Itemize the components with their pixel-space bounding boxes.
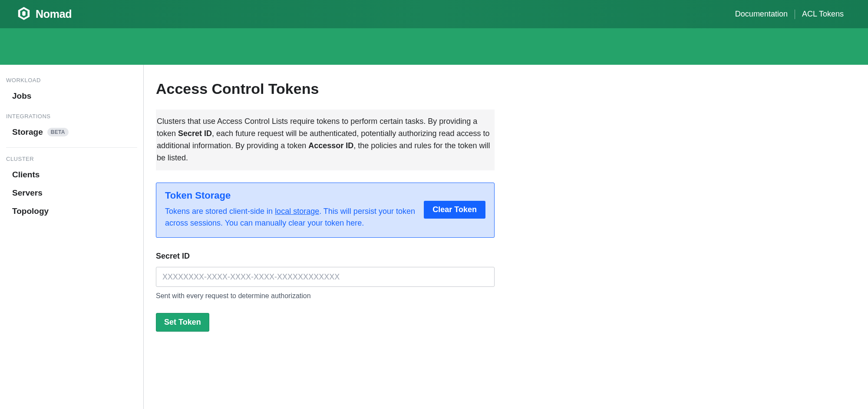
sidebar-section-integrations: INTEGRATIONS bbox=[6, 105, 137, 123]
sidebar-item-topology[interactable]: Topology bbox=[6, 202, 137, 220]
sidebar-item-label: Servers bbox=[12, 188, 43, 198]
top-bar: Nomad Documentation ACL Tokens bbox=[0, 0, 868, 28]
sidebar-item-label: Topology bbox=[12, 206, 49, 216]
sidebar-section-cluster: CLUSTER bbox=[6, 148, 137, 166]
local-storage-link[interactable]: local storage bbox=[275, 207, 319, 216]
sidebar-item-storage[interactable]: Storage BETA bbox=[6, 123, 137, 141]
sidebar-item-clients[interactable]: Clients bbox=[6, 166, 137, 184]
acl-tokens-link[interactable]: ACL Tokens bbox=[795, 10, 851, 19]
sidebar-section-workload: WORKLOAD bbox=[6, 69, 137, 87]
sidebar: WORKLOAD Jobs INTEGRATIONS Storage BETA … bbox=[0, 65, 144, 409]
callout-body: Tokens are stored client-side in local s… bbox=[165, 206, 415, 230]
callout-title: Token Storage bbox=[165, 190, 415, 201]
main-content: Access Control Tokens Clusters that use … bbox=[144, 65, 665, 409]
beta-badge: BETA bbox=[47, 128, 69, 136]
svg-marker-2 bbox=[22, 11, 26, 16]
intro-notice: Clusters that use Access Control Lists r… bbox=[156, 110, 495, 170]
documentation-link[interactable]: Documentation bbox=[728, 10, 795, 19]
secret-id-help: Sent with every request to determine aut… bbox=[156, 292, 653, 300]
secret-id-input[interactable] bbox=[156, 267, 495, 287]
notice-accessor-id: Accessor ID bbox=[308, 141, 353, 150]
secret-id-label: Secret ID bbox=[156, 252, 653, 261]
sidebar-item-servers[interactable]: Servers bbox=[6, 184, 137, 202]
sidebar-item-label: Storage bbox=[12, 127, 43, 137]
sidebar-item-label: Clients bbox=[12, 170, 40, 180]
top-nav: Documentation ACL Tokens bbox=[728, 10, 851, 19]
brand[interactable]: Nomad bbox=[17, 7, 72, 22]
notice-secret-id: Secret ID bbox=[178, 129, 212, 138]
sub-header bbox=[0, 28, 868, 65]
sidebar-item-jobs[interactable]: Jobs bbox=[6, 87, 137, 105]
sidebar-item-label: Jobs bbox=[12, 91, 31, 101]
set-token-button[interactable]: Set Token bbox=[156, 313, 209, 332]
brand-name: Nomad bbox=[36, 8, 72, 20]
page-title: Access Control Tokens bbox=[156, 80, 653, 97]
nomad-logo-icon bbox=[17, 7, 30, 22]
clear-token-button[interactable]: Clear Token bbox=[424, 201, 485, 219]
token-storage-callout: Token Storage Tokens are stored client-s… bbox=[156, 183, 495, 238]
